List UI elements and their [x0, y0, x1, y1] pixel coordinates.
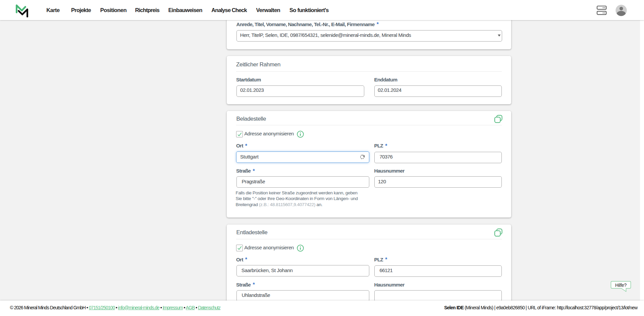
svg-text:Hilfe?: Hilfe?: [615, 282, 627, 288]
